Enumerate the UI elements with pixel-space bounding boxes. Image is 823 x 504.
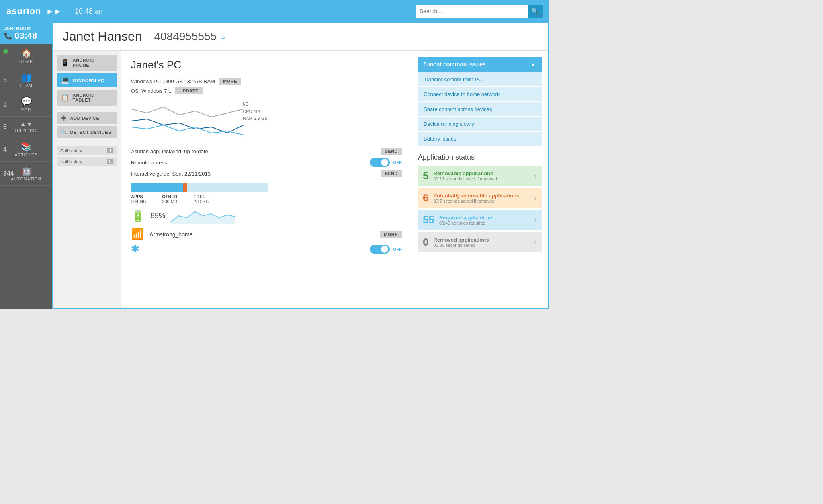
content-area: Janet Hansen 4084955555 ⌄ 📱 ANDROID PHON… [52,23,549,309]
call-history-item[interactable]: Call history 0 [57,157,117,166]
battery-percent: 85% [151,212,165,220]
add-device-button[interactable]: ➕ ADD DEVICE [57,112,117,124]
team-icon: 👥 [21,72,32,83]
header: asurion ►► 10:48 am 🔍 [0,0,549,23]
remote-access-row: Remote access OFF [131,158,402,167]
toggle-switch[interactable] [370,158,390,167]
device-title: Janet's PC [131,59,402,71]
detect-devices-button[interactable]: 🔍 DETECT DEVICES [57,126,117,138]
storage-free-bar [187,183,268,192]
guide-text: Interactive guide: Sent 22/11/2013 [131,171,211,177]
device-panel: 📱 ANDROID PHONE 💻 WINDOWS PC 📋 ANDROID T… [53,51,548,308]
bluetooth-toggle-label: OFF [393,247,402,252]
removed-info: Removed applications 00:00 seconds saved [433,237,531,248]
automation-badge: 344 [3,170,14,177]
removed-sublabel: 00:00 seconds saved [433,243,531,248]
search-input[interactable] [416,5,528,18]
trending-badge: 6 [3,123,7,131]
guide-send-button[interactable]: SEND [381,170,402,177]
storage-bar-container: APPS 304 GB OTHER 200 MB FREE 280 GB [131,183,402,204]
status-dot [3,49,8,54]
articles-badge: 4 [3,146,7,153]
specs-more-button[interactable]: MORE [219,78,241,85]
wifi-more-button[interactable]: MORE [380,231,402,238]
chart-svg [131,101,252,139]
battery-icon: 🔋 [131,209,145,223]
required-info: Required applications 00:46 seconds requ… [439,215,531,225]
potentially-removable-info: Potentially removable applications 00:7 … [433,193,531,203]
chevron-right-icon: › [534,193,537,203]
bluetooth-row: ✱ OFF [131,244,402,255]
performance-chart: I/O CPU 46% RAM 2.9 GB [131,101,268,141]
call-history-item[interactable]: Call history 1 [57,146,117,155]
os-row: OS: Windows 7.1 UPDATE [131,87,402,94]
chevron-right-icon: › [534,215,537,225]
asurion-app-send-button[interactable]: SEND [381,148,402,155]
app-status-title: Application status [418,153,542,162]
team-badge: 5 [3,77,7,84]
storage-other-bar [183,183,187,192]
required-count: 55 [423,214,434,226]
right-panel: 5 most common issues ▲ Transfer content … [412,51,548,308]
detect-icon: 🔍 [61,129,67,135]
sidebar-item-label: POD [21,108,31,112]
required-label: Required applications [439,215,531,221]
remote-access-toggle[interactable]: OFF [370,158,402,167]
device-sidebar: 📱 ANDROID PHONE 💻 WINDOWS PC 📋 ANDROID T… [53,51,121,308]
search-button[interactable]: 🔍 [528,5,543,18]
potentially-removable-sublabel: 00:7 seconds saved if removed [433,199,531,203]
device-specs-text: Windows PC | 800 GB | 32 GB RAM [131,78,215,84]
trending-icon: ▲▼ [20,121,33,128]
sidebar-item-articles[interactable]: 4 📚 ARTICLES [0,137,52,162]
device-android-tablet[interactable]: 📋 ANDROID TABLET [57,90,117,106]
phone-dropdown-icon[interactable]: ⌄ [220,32,227,41]
storage-bar [131,183,268,192]
issue-item-connect[interactable]: Connect device to home network [418,87,542,101]
asurion-app-text: Asurion app: Installed, up-to-date [131,148,208,154]
issues-header[interactable]: 5 most common issues ▲ [418,57,542,72]
required-sublabel: 00:46 seconds required [439,221,531,225]
sidebar-item-trending[interactable]: 6 ▲▼ TRENDING [0,117,52,137]
sidebar-item-label: HOME [19,59,33,64]
bluetooth-icon: ✱ [131,244,139,255]
app-status-required[interactable]: 55 Required applications 00:46 seconds r… [418,210,542,230]
home-icon: 🏠 [21,48,32,59]
device-windows-pc[interactable]: 💻 WINDOWS PC [57,73,117,87]
issue-item-slow[interactable]: Device running slowly [418,117,542,131]
removable-info: Removable applications 00:11 seconds sav… [433,170,531,181]
storage-labels: APPS 304 GB OTHER 200 MB FREE 280 GB [131,194,402,204]
wifi-icon: 📶 [131,228,144,240]
removable-label: Removable applications [433,170,531,176]
removed-label: Removed applications [433,237,531,243]
svg-marker-0 [171,212,235,224]
app-status-potentially-removable[interactable]: 6 Potentially removable applications 00:… [418,188,542,208]
sidebar-item-label: TRENDING [14,129,38,133]
bluetooth-toggle[interactable]: OFF [370,245,402,254]
wifi-row: 📶 Armstrong_home MORE [131,228,402,240]
bluetooth-toggle-switch[interactable] [370,245,390,254]
app-status-removed[interactable]: 0 Removed applications 00:00 seconds sav… [418,232,542,252]
sidebar-item-label: TEAM [20,84,33,88]
sidebar-item-automation[interactable]: 344 🤖 AUTOMATION [0,162,52,186]
sidebar-item-home[interactable]: 🏠 HOME [0,44,52,68]
issue-item-share[interactable]: Share content across devices [418,102,542,116]
search-container: 🔍 [416,5,543,18]
issue-item-battery[interactable]: Battery issues [418,132,542,146]
sidebar-item-pod[interactable]: 3 💬 POD [0,92,52,117]
removed-count: 0 [423,236,428,248]
pod-badge: 3 [3,101,7,108]
chevron-right-icon: › [534,171,537,180]
app-status-removable[interactable]: 5 Removable applications 00:11 seconds s… [418,166,542,186]
device-android-phone[interactable]: 📱 ANDROID PHONE [57,55,117,71]
tablet-icon: 📋 [61,94,70,102]
chart-labels: I/O CPU 46% RAM 2.9 GB [243,101,268,122]
issue-item-transfer[interactable]: Transfer content from PC [418,72,542,86]
os-update-button[interactable]: UPDATE [175,87,202,94]
add-icon: ➕ [61,115,67,121]
sidebar-item-team[interactable]: 5 👥 TEAM [0,68,52,92]
caller-timer: 📞 03:48 [4,31,48,41]
issues-title: 5 most common issues [424,61,486,68]
os-text: OS: Windows 7.1 [131,88,171,94]
automation-icon: 🤖 [21,166,32,176]
device-main: Janet's PC Windows PC | 800 GB | 32 GB R… [121,51,412,308]
